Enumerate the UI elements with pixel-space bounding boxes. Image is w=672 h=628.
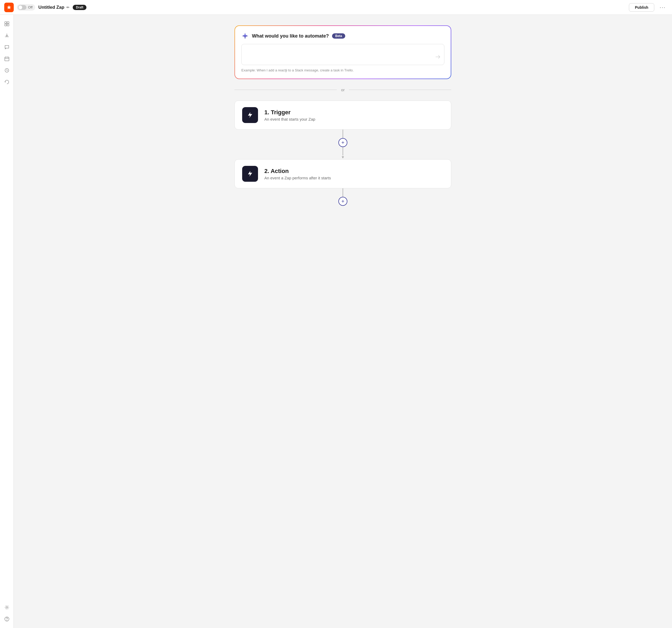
svg-rect-2 (5, 24, 7, 26)
sidebar (0, 15, 14, 628)
add-step-button-2[interactable]: + (338, 197, 347, 206)
sidebar-item-settings[interactable] (2, 603, 11, 612)
header: Off Untitled Zap ✏ Draft Publish ··· (0, 0, 672, 15)
publish-button[interactable]: Publish (629, 3, 654, 11)
action-content: 2. Action An event a Zap performs after … (264, 168, 331, 180)
sidebar-item-calendar[interactable] (2, 54, 11, 64)
trigger-description: An event that starts your Zap (264, 117, 315, 121)
zapier-logo (4, 3, 14, 12)
sidebar-item-grid[interactable] (2, 19, 11, 28)
ai-input-area[interactable] (241, 44, 445, 65)
draft-badge: Draft (73, 5, 87, 10)
connector-line-bottom (343, 147, 343, 156)
beta-badge: Beta (332, 33, 345, 39)
send-icon[interactable] (435, 54, 440, 61)
svg-rect-1 (7, 22, 9, 24)
action-card[interactable]: 2. Action An event a Zap performs after … (235, 159, 451, 188)
trigger-card[interactable]: 1. Trigger An event that starts your Zap (235, 100, 451, 130)
add-step-button-1[interactable]: + (338, 138, 347, 147)
svg-rect-4 (5, 57, 9, 61)
toggle-container[interactable]: Off (17, 4, 35, 10)
divider-line-left (235, 90, 337, 90)
svg-point-6 (6, 607, 8, 608)
ai-header: What would you like to automate? Beta (241, 32, 445, 40)
action-icon-circle (242, 166, 258, 182)
ai-example-text: Example: When I add a reactji to a Slack… (241, 68, 445, 72)
trigger-content: 1. Trigger An event that starts your Zap (264, 109, 315, 121)
ai-card: What would you like to automate? Beta Ex… (235, 26, 451, 78)
trigger-title: 1. Trigger (264, 109, 315, 116)
zap-title-container: Untitled Zap ✏ (38, 5, 70, 10)
sidebar-item-history[interactable] (2, 66, 11, 75)
or-text: or (341, 88, 344, 92)
sidebar-item-comment[interactable] (2, 42, 11, 52)
svg-rect-3 (7, 24, 9, 26)
divider-line-right (349, 90, 451, 90)
sidebar-item-download[interactable] (2, 31, 11, 40)
connector-1: + ▼ (338, 130, 347, 159)
or-divider: or (235, 88, 451, 92)
ai-input-placeholder (246, 48, 431, 61)
toggle-switch[interactable] (18, 5, 26, 10)
action-title: 2. Action (264, 168, 331, 175)
canvas: What would you like to automate? Beta Ex… (14, 15, 672, 628)
ai-star-icon (241, 32, 249, 40)
trigger-icon-circle (242, 107, 258, 123)
more-options-button[interactable]: ··· (657, 3, 668, 11)
zap-title-text: Untitled Zap (38, 5, 64, 10)
ai-title: What would you like to automate? (252, 33, 329, 39)
action-description: An event a Zap performs after it starts (264, 176, 331, 180)
toggle-label: Off (28, 5, 32, 9)
connector-arrow: ▼ (341, 155, 345, 159)
ai-card-border: What would you like to automate? Beta Ex… (235, 25, 451, 79)
svg-rect-0 (5, 22, 7, 24)
connector-line-2 (343, 188, 343, 197)
sidebar-item-versions[interactable] (2, 77, 11, 87)
connector-line-top (343, 130, 343, 138)
edit-title-icon[interactable]: ✏ (66, 5, 70, 9)
sidebar-item-help[interactable] (2, 614, 11, 624)
connector-2: + (338, 188, 347, 206)
